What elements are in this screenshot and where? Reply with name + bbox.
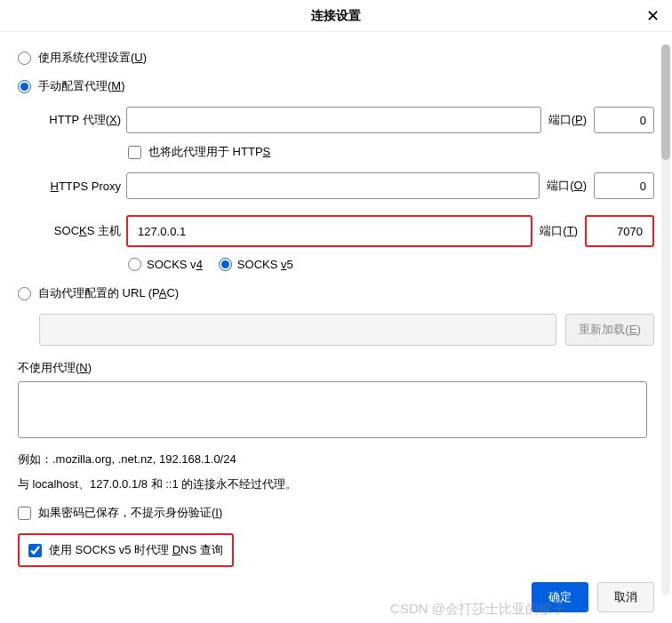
no-prompt-row: 如果密码已保存，不提示身份验证(I) [18,505,654,521]
radio-manual-proxy[interactable] [18,80,31,93]
cancel-button[interactable]: 取消 [597,582,654,612]
dialog-title: 连接设置 [311,8,361,24]
radio-socks-v5[interactable] [219,258,232,271]
radio-system-proxy[interactable] [18,52,31,65]
https-port-input[interactable] [594,172,654,199]
pac-url-input[interactable] [39,314,556,346]
socks-version-row: SOCKS v4 SOCKS v5 [128,258,654,271]
also-https-label[interactable]: 也将此代理用于 HTTPS [148,144,270,160]
https-proxy-label: HTTPS Proxy [39,180,121,193]
noproxy-label: 不使用代理(N) [18,360,654,376]
http-port-label: 端口(P) [548,112,587,128]
pac-url-row: 重新加载(E) [39,314,654,346]
no-prompt-label[interactable]: 如果密码已保存，不提示身份验证(I) [38,505,222,521]
no-prompt-checkbox[interactable] [18,507,31,520]
http-port-input[interactable] [594,107,654,133]
socks-port-input[interactable] [589,220,650,243]
also-https-row: 也将此代理用于 HTTPS [128,144,654,160]
https-proxy-row: HTTPS Proxy 端口(O) [39,172,654,199]
socks-v4-label[interactable]: SOCKS v4 [147,258,203,271]
radio-socks-v4[interactable] [128,258,141,271]
socks-v4-item: SOCKS v4 [128,258,203,271]
socks-port-highlight [585,215,654,247]
radio-manual-proxy-label[interactable]: 手动配置代理(M) [38,78,125,94]
dialog-footer: 确定 取消 [532,582,654,612]
reload-button[interactable]: 重新加载(E) [565,314,654,346]
noproxy-example: 例如：.mozilla.org, .net.nz, 192.168.1.0/24 [18,451,654,467]
scrollbar-track[interactable] [661,44,670,595]
radio-manual-proxy-row: 手动配置代理(M) [18,78,654,94]
radio-pac[interactable] [18,287,31,300]
scrollbar-thumb[interactable] [661,44,670,160]
http-proxy-input[interactable] [126,107,541,133]
socks-v5-label[interactable]: SOCKS v5 [237,258,293,271]
socks-host-input[interactable] [131,220,528,243]
dns-proxy-checkbox[interactable] [28,544,42,557]
https-port-label: 端口(O) [547,178,587,194]
localhost-note: 与 localhost、127.0.0.1/8 和 ::1 的连接永不经过代理。 [18,476,654,492]
socks-v5-item: SOCKS v5 [219,258,293,271]
https-proxy-input[interactable] [126,172,540,199]
radio-pac-label[interactable]: 自动代理配置的 URL (PAC) [38,285,179,301]
dns-highlight: 使用 SOCKS v5 时代理 DNS 查询 [18,533,234,567]
socks-host-row: SOCKS 主机 端口(T) [39,215,654,247]
dialog-content: 使用系统代理设置(U) 手动配置代理(M) HTTP 代理(X) 端口(P) 也… [0,32,672,623]
also-https-checkbox[interactable] [128,146,141,159]
http-proxy-label: HTTP 代理(X) [39,112,121,128]
titlebar: 连接设置 ✕ [0,0,672,32]
noproxy-textarea[interactable] [18,381,647,438]
socks-host-label: SOCKS 主机 [39,223,121,239]
radio-system-proxy-row: 使用系统代理设置(U) [18,50,654,66]
ok-button[interactable]: 确定 [532,582,588,612]
close-icon[interactable]: ✕ [644,7,661,25]
socks-port-label: 端口(T) [540,223,578,239]
socks-host-highlight [126,215,532,247]
dns-proxy-label[interactable]: 使用 SOCKS v5 时代理 DNS 查询 [49,542,223,558]
radio-pac-row: 自动代理配置的 URL (PAC) [18,285,654,301]
connection-settings-dialog: 连接设置 ✕ 使用系统代理设置(U) 手动配置代理(M) HTTP 代理(X) … [0,0,672,623]
http-proxy-row: HTTP 代理(X) 端口(P) [39,107,654,133]
radio-system-proxy-label[interactable]: 使用系统代理设置(U) [38,50,147,66]
